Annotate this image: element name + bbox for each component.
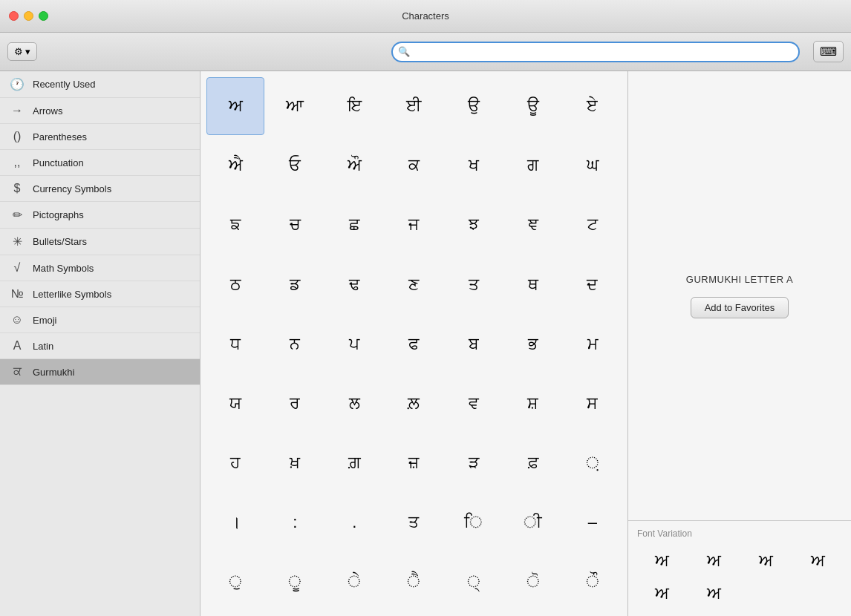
char-cell[interactable]: ੁ [206,553,264,611]
char-cell[interactable]: ੍ [206,612,264,616]
char-cell[interactable]: ਔ [325,137,383,194]
char-cell[interactable]: ਫ [385,315,443,373]
char-cell[interactable]: ੌ [564,553,622,611]
gear-button[interactable]: ⚙ ▾ [7,42,37,61]
char-cell[interactable]: ਨ [266,315,324,373]
char-cell[interactable]: ੍ [445,553,503,611]
char-cell[interactable]: ਚ [266,196,324,254]
char-cell[interactable]: ਮ [564,315,622,373]
char-cell[interactable]: ਈ [385,77,443,135]
sidebar-item-pictographs[interactable]: ✏ Pictographs [0,202,200,229]
char-cell[interactable]: ੦ [325,612,383,616]
font-var-cell-r1-0[interactable]: ਅ [637,546,686,576]
char-cell[interactable]: ਬ [445,315,503,373]
char-cell[interactable]: ੦ [564,612,622,616]
char-cell[interactable]: – [564,494,622,551]
char-cell[interactable]: ਜ [385,196,443,254]
char-cell[interactable]: ਧ [206,315,264,373]
char-cell[interactable]: ਘ [564,137,622,194]
char-cell[interactable]: ੋ [504,553,562,611]
char-cell[interactable]: ਹ [206,434,264,492]
char-grid: ਅਆਇਈਉਊਏਐਓਔਕਖਗਘਙਚਛਜਝਞਟਠਡਢਣਤਥਦਧਨਪਫਬਭਮਯਰਲਲ਼… [206,77,622,616]
char-cell[interactable]: ਞ [504,196,562,254]
char-cell[interactable]: □ [504,612,562,616]
char-cell[interactable]: ਏ [564,77,622,135]
char-cell[interactable]: ਪ [325,315,383,373]
char-grid-area[interactable]: ਅਆਇਈਉਊਏਐਓਔਕਖਗਘਙਚਛਜਝਞਟਠਡਢਣਤਥਦਧਨਪਫਬਭਮਯਰਲਲ਼… [200,71,628,616]
maximize-button[interactable] [39,11,48,21]
sidebar-item-arrows[interactable]: → Arrows [0,98,200,124]
font-var-cell-r2-3 [793,579,842,609]
font-var-cell-r2-0[interactable]: ਅ [637,579,686,609]
char-cell[interactable]: ੂ [266,553,324,611]
char-cell[interactable]: ਸ਼ [504,375,562,433]
char-cell[interactable]: ਐ [206,137,264,194]
char-cell[interactable]: ਝ [445,196,503,254]
char-cell[interactable]: ਗ਼ [325,434,383,492]
char-cell[interactable]: ਗ [504,137,562,194]
char-cell[interactable]: ਰ [266,375,324,433]
char-cell[interactable]: ੀ [504,494,562,551]
char-cell[interactable]: ਲ [325,375,383,433]
char-cell[interactable]: ੜ [445,434,503,492]
char-cell[interactable]: ਖ [445,137,503,194]
sidebar-item-bullets[interactable]: ✳ Bullets/Stars [0,229,200,255]
sidebar-item-emoji[interactable]: ☺ Emoji [0,307,200,333]
sidebar-item-gurmukhi[interactable]: ਕ Gurmukhi [0,359,200,385]
char-cell[interactable]: ਖ਼ [266,434,324,492]
char-cell[interactable]: । [206,494,264,551]
char-cell[interactable]: ਭ [504,315,562,373]
sidebar-icon-letterlike: № [9,287,25,301]
sidebar-item-latin[interactable]: A Latin [0,333,200,359]
minimize-button[interactable] [24,11,33,21]
char-cell[interactable]: ਦ [564,255,622,313]
char-cell[interactable]: ਜ਼ [385,434,443,492]
sidebar-item-math[interactable]: √ Math Symbols [0,255,200,281]
char-cell[interactable]: ਕ [385,137,443,194]
char-cell[interactable]: ਟ [564,196,622,254]
char-cell[interactable]: ਿ [445,494,503,551]
char-cell[interactable]: ੈ [385,553,443,611]
char-cell[interactable]: ਣ [385,255,443,313]
char-cell[interactable]: ਓ [266,137,324,194]
font-var-cell-r1-2[interactable]: ਅ [741,546,790,576]
char-cell[interactable]: ਊ [504,77,562,135]
char-cell[interactable]: ਠ [206,255,264,313]
search-input[interactable] [391,42,800,62]
char-cell[interactable]: ਙ [206,196,264,254]
font-var-cell-r2-1[interactable]: ਅ [689,579,738,609]
char-cell[interactable]: ਤ [445,255,503,313]
font-var-cell-r1-1[interactable]: ਅ [689,546,738,576]
add-to-favorites-button[interactable]: Add to Favorites [691,297,789,318]
char-cell[interactable]: : [266,494,324,551]
sidebar-icon-emoji: ☺ [9,313,25,327]
char-cell[interactable]: ੍ [266,612,324,616]
char-cell[interactable]: ਛ [325,196,383,254]
char-cell[interactable]: ਢ [325,255,383,313]
sidebar-item-currency[interactable]: $ Currency Symbols [0,176,200,202]
char-cell[interactable]: ਲ਼ [385,375,443,433]
char-cell[interactable]: ੧ [385,612,443,616]
char-cell[interactable]: ਉ [445,77,503,135]
char-cell[interactable]: ਡ [266,255,324,313]
char-cell[interactable]: ਆ [266,77,324,135]
char-cell[interactable]: ਤ [385,494,443,551]
char-cell[interactable]: ਫ਼ [504,434,562,492]
close-button[interactable] [9,11,19,21]
char-cell[interactable]: ਸ [564,375,622,433]
char-cell[interactable]: ਵ [445,375,503,433]
sidebar-item-recently-used[interactable]: 🕐 Recently Used [0,71,200,98]
sidebar-item-letterlike[interactable]: № Letterlike Symbols [0,281,200,307]
char-cell[interactable]: ਇ [325,77,383,135]
keyboard-button[interactable]: ⌨ [813,41,844,62]
char-cell[interactable]: . [325,494,383,551]
char-cell[interactable]: ਯ [206,375,264,433]
char-cell[interactable]: ੧੬ [445,612,503,616]
char-cell[interactable]: ੇ [325,553,383,611]
char-cell[interactable]: ਅ [206,77,264,135]
font-var-cell-r1-3[interactable]: ਅ [793,546,842,576]
sidebar-item-punctuation[interactable]: ,, Punctuation [0,150,200,176]
sidebar-item-parentheses[interactable]: () Parentheses [0,124,200,150]
char-cell[interactable]: ਥ [504,255,562,313]
char-cell[interactable]: ਼ [564,434,622,492]
